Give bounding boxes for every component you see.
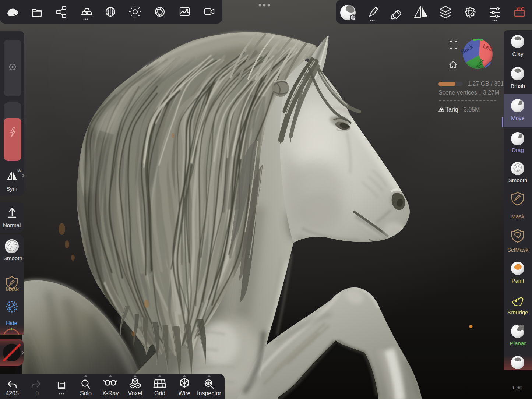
svg-text:Smooth: Smooth [3, 255, 22, 261]
svg-text:Mask: Mask [6, 286, 19, 292]
svg-text:Sym: Sym [6, 186, 17, 192]
svg-text:Normal: Normal [3, 222, 21, 228]
svg-text:Hide: Hide [6, 320, 17, 326]
svg-text:L/W: L/W [15, 169, 21, 173]
